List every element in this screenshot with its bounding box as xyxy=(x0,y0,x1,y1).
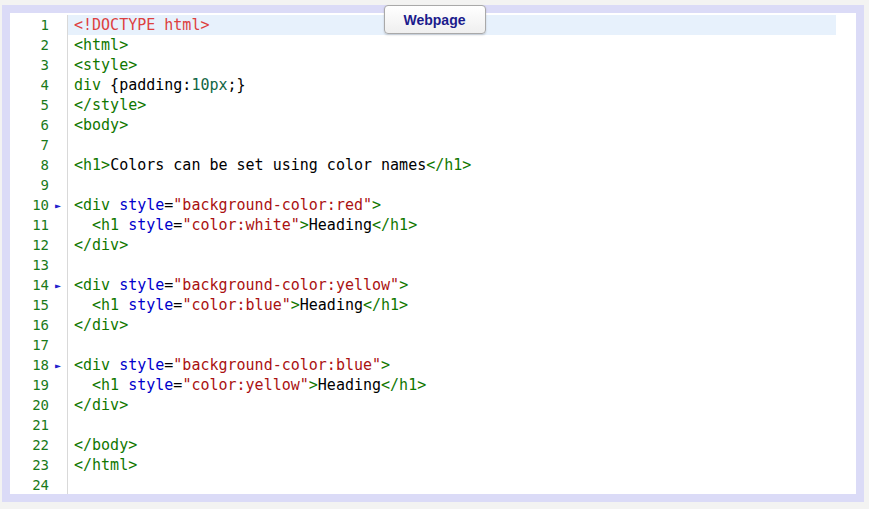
line-number: 20 xyxy=(10,395,49,415)
fold-marker-icon[interactable]: ► xyxy=(55,276,61,296)
line-number: 5 xyxy=(10,95,49,115)
line-number: 4 xyxy=(10,75,49,95)
line-gutter: 14► xyxy=(10,275,68,295)
code-line-text[interactable]: </div> xyxy=(68,315,836,335)
code-line-text[interactable]: </body> xyxy=(68,435,836,455)
code-line[interactable]: 6<body> xyxy=(10,115,836,135)
code-line-text[interactable]: <div style="background-color:red"> xyxy=(68,195,836,215)
line-gutter: 12 xyxy=(10,235,68,255)
code-line[interactable]: 13 xyxy=(10,255,836,275)
code-line[interactable]: 23</html> xyxy=(10,455,836,475)
line-gutter: 8 xyxy=(10,155,68,175)
line-gutter: 2 xyxy=(10,35,68,55)
code-line-text[interactable]: </style> xyxy=(68,95,836,115)
line-gutter: 13 xyxy=(10,255,68,275)
code-line[interactable]: 9 xyxy=(10,175,836,195)
code-line[interactable]: 4div {padding:10px;} xyxy=(10,75,836,95)
code-line[interactable]: 11 <h1 style="color:white">Heading</h1> xyxy=(10,215,836,235)
code-line-text[interactable] xyxy=(68,255,836,275)
line-gutter: 9 xyxy=(10,175,68,195)
code-line[interactable]: 24 xyxy=(10,475,836,494)
code-line[interactable]: 21 xyxy=(10,415,836,435)
line-number: 17 xyxy=(10,335,49,355)
code-line-text[interactable]: <style> xyxy=(68,55,836,75)
code-line-text[interactable]: <html> xyxy=(68,35,836,55)
code-line-text[interactable]: <div style="background-color:blue"> xyxy=(68,355,836,375)
code-line-text[interactable]: </div> xyxy=(68,395,836,415)
line-number: 22 xyxy=(10,435,49,455)
line-gutter: 6 xyxy=(10,115,68,135)
code-line[interactable]: 19 <h1 style="color:yellow">Heading</h1> xyxy=(10,375,836,395)
line-number: 19 xyxy=(10,375,49,395)
line-number: 8 xyxy=(10,155,49,175)
line-number: 14 xyxy=(10,275,49,295)
code-line[interactable]: 22</body> xyxy=(10,435,836,455)
line-gutter: 3 xyxy=(10,55,68,75)
code-line-text[interactable]: <h1 style="color:yellow">Heading</h1> xyxy=(68,375,836,395)
line-number: 13 xyxy=(10,255,49,275)
code-line-text[interactable]: <div style="background-color:yellow"> xyxy=(68,275,836,295)
line-number: 6 xyxy=(10,115,49,135)
line-gutter: 1 xyxy=(10,15,68,35)
code-line-text[interactable] xyxy=(68,415,836,435)
code-line[interactable]: 20</div> xyxy=(10,395,836,415)
line-gutter: 11 xyxy=(10,215,68,235)
line-number: 16 xyxy=(10,315,49,335)
line-number: 9 xyxy=(10,175,49,195)
code-line[interactable]: 12</div> xyxy=(10,235,836,255)
code-line[interactable]: 18►<div style="background-color:blue"> xyxy=(10,355,836,375)
line-number: 15 xyxy=(10,295,49,315)
line-number: 11 xyxy=(10,215,49,235)
code-line-text[interactable]: </html> xyxy=(68,455,836,475)
line-number: 1 xyxy=(10,15,49,35)
code-line-text[interactable]: <h1 style="color:blue">Heading</h1> xyxy=(68,295,836,315)
line-gutter: 4 xyxy=(10,75,68,95)
tab-webpage[interactable]: Webpage xyxy=(384,5,486,34)
code-line[interactable]: 2<html> xyxy=(10,35,836,55)
code-line[interactable]: 3<style> xyxy=(10,55,836,75)
code-line[interactable]: 8<h1>Colors can be set using color names… xyxy=(10,155,836,175)
line-gutter: 21 xyxy=(10,415,68,435)
line-number: 18 xyxy=(10,355,49,375)
code-line[interactable]: 15 <h1 style="color:blue">Heading</h1> xyxy=(10,295,836,315)
line-gutter: 24 xyxy=(10,475,68,494)
line-gutter: 18► xyxy=(10,355,68,375)
editor-frame: 1<!DOCTYPE html>2<html>3<style>4div {pad… xyxy=(2,5,864,502)
code-line-text[interactable]: <h1 style="color:white">Heading</h1> xyxy=(68,215,836,235)
line-gutter: 17 xyxy=(10,335,68,355)
line-number: 21 xyxy=(10,415,49,435)
code-line[interactable]: 7 xyxy=(10,135,836,155)
line-number: 23 xyxy=(10,455,49,475)
code-line[interactable]: 17 xyxy=(10,335,836,355)
line-gutter: 20 xyxy=(10,395,68,415)
fold-marker-icon[interactable]: ► xyxy=(55,196,61,216)
code-editor[interactable]: 1<!DOCTYPE html>2<html>3<style>4div {pad… xyxy=(10,13,836,494)
code-line-text[interactable] xyxy=(68,475,836,494)
line-number: 7 xyxy=(10,135,49,155)
line-gutter: 22 xyxy=(10,435,68,455)
line-number: 24 xyxy=(10,475,49,494)
line-gutter: 5 xyxy=(10,95,68,115)
fold-marker-icon[interactable]: ► xyxy=(55,356,61,376)
line-number: 10 xyxy=(10,195,49,215)
line-gutter: 23 xyxy=(10,455,68,475)
line-number: 12 xyxy=(10,235,49,255)
code-line[interactable]: 5</style> xyxy=(10,95,836,115)
code-line[interactable]: 16</div> xyxy=(10,315,836,335)
code-line[interactable]: 10►<div style="background-color:red"> xyxy=(10,195,836,215)
code-line-text[interactable]: <h1>Colors can be set using color names<… xyxy=(68,155,836,175)
line-gutter: 10► xyxy=(10,195,68,215)
line-gutter: 15 xyxy=(10,295,68,315)
line-number: 3 xyxy=(10,55,49,75)
code-line-text[interactable]: </div> xyxy=(68,235,836,255)
code-line-text[interactable] xyxy=(68,135,836,155)
line-gutter: 7 xyxy=(10,135,68,155)
code-line[interactable]: 14►<div style="background-color:yellow"> xyxy=(10,275,836,295)
line-gutter: 19 xyxy=(10,375,68,395)
line-gutter: 16 xyxy=(10,315,68,335)
code-line-text[interactable] xyxy=(68,335,836,355)
line-number: 2 xyxy=(10,35,49,55)
code-line-text[interactable]: <body> xyxy=(68,115,836,135)
code-line-text[interactable]: div {padding:10px;} xyxy=(68,75,836,95)
code-line-text[interactable] xyxy=(68,175,836,195)
